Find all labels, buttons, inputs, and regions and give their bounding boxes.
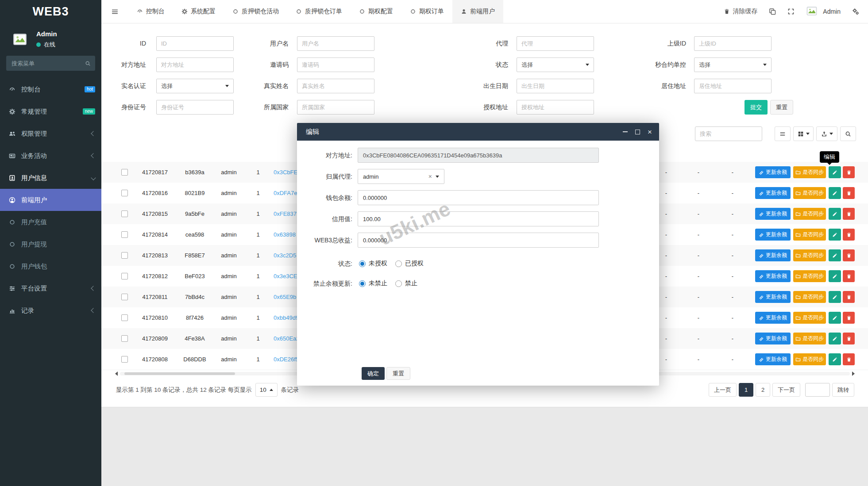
- sidebar-item-general[interactable]: 常规管理new: [0, 100, 101, 122]
- jump-page-input[interactable]: [805, 383, 830, 397]
- sidebar-item-user-recharge[interactable]: 用户充值: [0, 211, 101, 233]
- delete-button[interactable]: [843, 312, 855, 324]
- sidebar-item-auth[interactable]: 权限管理: [0, 122, 101, 145]
- row-checkbox[interactable]: [121, 314, 128, 321]
- edit-button[interactable]: [829, 229, 841, 241]
- scrollbar-thumb[interactable]: [124, 372, 235, 375]
- modal-reset-button[interactable]: 重置: [386, 367, 410, 380]
- update-balance-button[interactable]: 更新余额: [755, 229, 791, 241]
- edit-button[interactable]: [829, 208, 841, 220]
- page-size-select[interactable]: 10: [255, 383, 278, 397]
- sync-button[interactable]: 是否同步: [793, 353, 826, 365]
- sidebar-item-console[interactable]: 控制台hot: [0, 78, 101, 100]
- close-icon[interactable]: ×: [648, 128, 652, 136]
- edit-button[interactable]: [829, 333, 841, 344]
- update-balance-button[interactable]: 更新余额: [755, 270, 791, 282]
- row-checkbox[interactable]: [121, 190, 128, 196]
- row-checkbox[interactable]: [121, 231, 128, 238]
- status-option-authorized[interactable]: 已授权: [395, 260, 424, 268]
- edit-button[interactable]: [829, 249, 841, 261]
- page-button-1[interactable]: 1: [739, 383, 753, 397]
- status-option-unauthorized[interactable]: 未授权: [359, 260, 387, 268]
- delete-button[interactable]: [843, 166, 855, 178]
- fullscreen-button[interactable]: [787, 8, 795, 15]
- row-checkbox[interactable]: [121, 273, 128, 279]
- delete-button[interactable]: [843, 187, 855, 199]
- row-checkbox[interactable]: [121, 210, 128, 217]
- profit-input[interactable]: [358, 233, 599, 248]
- tab-option-config[interactable]: 期权配置: [351, 0, 401, 23]
- sync-button[interactable]: 是否同步: [793, 333, 826, 344]
- jump-button[interactable]: 跳转: [832, 383, 854, 397]
- prev-page-button[interactable]: 上一页: [709, 383, 737, 397]
- sidebar-item-platform[interactable]: 平台设置: [0, 277, 101, 299]
- scroll-right-icon[interactable]: [852, 371, 855, 376]
- settings-button[interactable]: [852, 8, 859, 15]
- edit-button[interactable]: [829, 187, 841, 199]
- sync-button[interactable]: 是否同步: [793, 249, 826, 261]
- delete-button[interactable]: [843, 270, 855, 282]
- edit-button[interactable]: [829, 312, 841, 324]
- search-icon[interactable]: [85, 61, 91, 66]
- sync-button[interactable]: 是否同步: [793, 208, 826, 220]
- row-checkbox[interactable]: [121, 335, 128, 342]
- agent-select[interactable]: admin ×: [358, 169, 444, 184]
- sync-button[interactable]: 是否同步: [793, 166, 826, 178]
- row-checkbox[interactable]: [121, 169, 128, 176]
- delete-button[interactable]: [843, 229, 855, 241]
- balance-input[interactable]: [358, 190, 599, 205]
- tab-stake-orders[interactable]: 质押锁仓订单: [287, 0, 351, 23]
- tab-stake-activity[interactable]: 质押锁仓活动: [224, 0, 287, 23]
- row-checkbox[interactable]: [121, 294, 128, 300]
- radio-unchecked-icon[interactable]: [395, 280, 402, 287]
- page-button-2[interactable]: 2: [756, 383, 770, 397]
- next-page-button[interactable]: 下一页: [772, 383, 800, 397]
- radio-checked-icon[interactable]: [359, 280, 366, 287]
- sidebar-toggle-button[interactable]: [101, 8, 128, 15]
- edit-button[interactable]: [829, 270, 841, 282]
- update-balance-button[interactable]: 更新余额: [755, 333, 791, 344]
- delete-button[interactable]: [843, 249, 855, 261]
- sync-button[interactable]: 是否同步: [793, 270, 826, 282]
- update-balance-button[interactable]: 更新余额: [755, 166, 791, 178]
- tab-system-config[interactable]: 系统配置: [173, 0, 224, 23]
- sync-button[interactable]: 是否同步: [793, 291, 826, 303]
- row-checkbox[interactable]: [121, 252, 128, 259]
- forbid-option-no[interactable]: 未禁止: [359, 279, 387, 287]
- minimize-icon[interactable]: [623, 131, 628, 132]
- sync-button[interactable]: 是否同步: [793, 187, 826, 199]
- sync-button[interactable]: 是否同步: [793, 312, 826, 324]
- navbar-admin-name[interactable]: Admin: [823, 8, 841, 15]
- edit-button[interactable]: [829, 291, 841, 303]
- update-balance-button[interactable]: 更新余额: [755, 208, 791, 220]
- maximize-icon[interactable]: [635, 130, 640, 134]
- radio-checked-icon[interactable]: [359, 260, 366, 267]
- sidebar-item-activity[interactable]: 业务活动: [0, 145, 101, 167]
- tab-option-orders[interactable]: 期权订单: [401, 0, 452, 23]
- sync-button[interactable]: 是否同步: [793, 229, 826, 241]
- delete-button[interactable]: [843, 353, 855, 365]
- confirm-button[interactable]: 确定: [362, 367, 385, 380]
- clear-cache-button[interactable]: 清除缓存: [724, 8, 757, 15]
- row-checkbox[interactable]: [121, 356, 128, 363]
- sidebar-item-records[interactable]: 记录: [0, 299, 101, 321]
- delete-button[interactable]: [843, 333, 855, 344]
- edit-button[interactable]: [829, 166, 841, 178]
- tab-front-users[interactable]: 前端用户: [452, 0, 503, 23]
- delete-button[interactable]: [843, 291, 855, 303]
- update-balance-button[interactable]: 更新余额: [755, 291, 791, 303]
- update-balance-button[interactable]: 更新余额: [755, 187, 791, 199]
- delete-button[interactable]: [843, 208, 855, 220]
- sidebar-item-user-withdraw[interactable]: 用户提现: [0, 233, 101, 255]
- sidebar-item-user-wallet[interactable]: 用户钱包: [0, 255, 101, 277]
- navbar-avatar[interactable]: [806, 5, 818, 18]
- language-button[interactable]: [769, 8, 776, 15]
- sidebar-item-user-info[interactable]: 用户信息: [0, 167, 101, 189]
- clear-icon[interactable]: ×: [428, 173, 432, 180]
- forbid-option-yes[interactable]: 禁止: [395, 279, 417, 287]
- credit-input[interactable]: [358, 211, 599, 226]
- radio-unchecked-icon[interactable]: [395, 260, 402, 267]
- edit-button[interactable]: [829, 353, 841, 365]
- tab-console[interactable]: 控制台: [128, 0, 173, 23]
- update-balance-button[interactable]: 更新余额: [755, 353, 791, 365]
